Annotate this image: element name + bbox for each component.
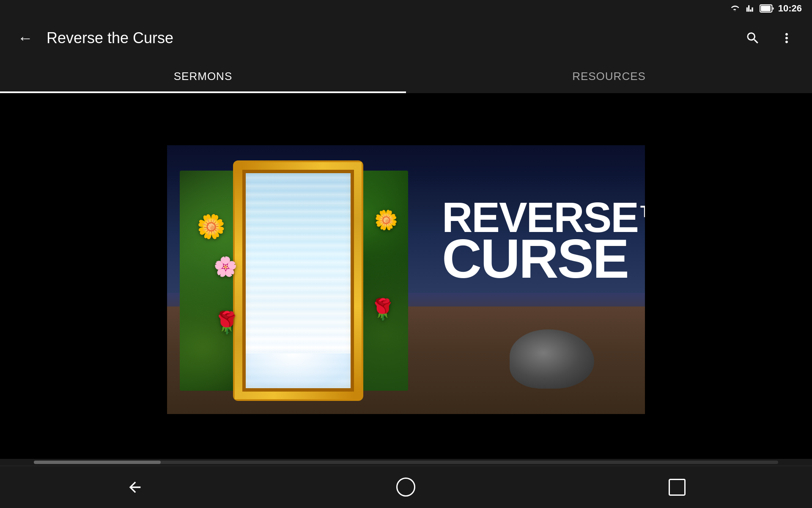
page-title: Reverse the Curse bbox=[47, 29, 740, 47]
red-flower: 🌹 bbox=[214, 310, 240, 335]
app-bar: ← Reverse the Curse bbox=[0, 17, 812, 59]
title-curse: CURSE bbox=[442, 234, 632, 284]
back-button[interactable]: ← bbox=[13, 25, 38, 51]
more-options-button[interactable] bbox=[774, 25, 799, 51]
battery-icon bbox=[760, 4, 775, 13]
signal-icon bbox=[744, 4, 756, 13]
search-icon bbox=[745, 30, 760, 46]
gold-frame bbox=[235, 162, 362, 399]
hero-image: 🌼 🌸 🌹 🌼 🌹 REVERSETHE CURSE bbox=[167, 145, 645, 414]
nav-back-button[interactable] bbox=[110, 472, 160, 502]
content-area: 🌼 🌸 🌹 🌼 🌹 REVERSETHE CURSE bbox=[0, 93, 812, 466]
scroll-track bbox=[34, 461, 778, 464]
back-arrow-icon: ← bbox=[18, 29, 33, 47]
wifi-icon bbox=[729, 4, 741, 13]
app-bar-actions bbox=[740, 25, 799, 51]
nav-recents-button[interactable] bbox=[652, 472, 702, 502]
nav-recents-square bbox=[669, 479, 686, 496]
search-button[interactable] bbox=[740, 25, 765, 51]
svg-rect-1 bbox=[761, 6, 771, 11]
nav-back-icon bbox=[126, 479, 143, 496]
status-time: 10:26 bbox=[778, 3, 802, 14]
tab-resources[interactable]: Resources bbox=[406, 59, 812, 93]
tab-bar: Sermons Resources bbox=[0, 59, 812, 93]
white-flower: 🌼 bbox=[374, 209, 398, 231]
title-the: THE bbox=[640, 203, 645, 221]
status-bar: 10:26 bbox=[0, 0, 812, 17]
status-icons: 10:26 bbox=[729, 3, 802, 14]
yellow-flower: 🌼 bbox=[197, 213, 226, 240]
more-vert-icon bbox=[779, 30, 794, 46]
series-title: REVERSETHE CURSE bbox=[442, 196, 632, 284]
nav-bar bbox=[0, 466, 812, 508]
scroll-thumb bbox=[34, 461, 161, 464]
scroll-indicator bbox=[0, 459, 812, 466]
pink-flower: 🌸 bbox=[214, 255, 237, 278]
tab-sermons[interactable]: Sermons bbox=[0, 59, 406, 93]
hero-scene: 🌼 🌸 🌹 🌼 🌹 REVERSETHE CURSE bbox=[167, 145, 645, 414]
red-flower-2: 🌹 bbox=[370, 298, 395, 321]
nav-home-button[interactable] bbox=[379, 471, 432, 503]
nav-home-circle bbox=[396, 478, 415, 497]
